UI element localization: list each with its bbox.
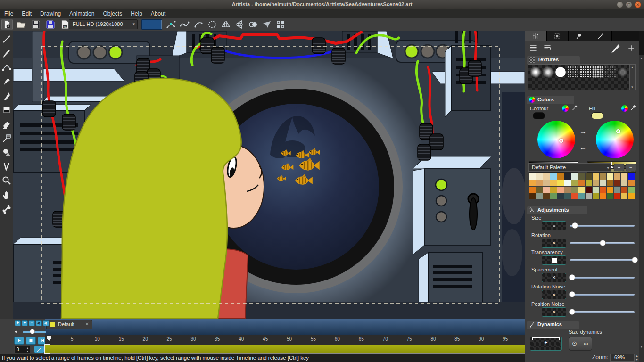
palette-swatch[interactable] <box>557 173 564 180</box>
palette-swatch[interactable] <box>593 187 599 193</box>
swatter-tool-button[interactable] <box>1 133 12 143</box>
ellipse-tool-button[interactable] <box>207 19 217 30</box>
palette-swatch[interactable] <box>571 187 578 193</box>
node-tool-button[interactable] <box>166 19 176 30</box>
palette-swatch[interactable] <box>536 193 543 199</box>
palette-swatch[interactable] <box>614 173 620 180</box>
minimize-button[interactable]: – <box>617 1 623 8</box>
palette-swatch[interactable] <box>557 180 564 186</box>
palette-swatch[interactable] <box>550 180 557 186</box>
texture-splatter[interactable] <box>592 66 603 78</box>
texture-sparse-spray[interactable] <box>567 66 578 78</box>
mirror-v-tool-button[interactable] <box>221 19 231 30</box>
plane-tool-button[interactable] <box>262 19 272 30</box>
adjustment-knob[interactable] <box>569 274 575 280</box>
palette-swatch[interactable] <box>621 187 627 193</box>
fill-dropper-icon[interactable] <box>630 105 636 111</box>
knife-tool-button[interactable] <box>1 90 12 101</box>
adjustment-knob[interactable] <box>600 240 606 246</box>
menu-about[interactable]: About <box>147 10 170 17</box>
palette-remove-button[interactable]: − <box>626 164 636 171</box>
fill-color-wheel[interactable] <box>596 121 634 158</box>
palette-add-button[interactable]: + <box>614 164 624 171</box>
palette-swatch[interactable] <box>600 173 606 180</box>
contour-color-swatch[interactable] <box>533 112 545 119</box>
palette-swatch[interactable] <box>543 180 550 186</box>
wand-tab[interactable] <box>590 31 612 41</box>
palette-select[interactable]: Default Palette ▾ <box>528 163 611 172</box>
brush-settings-tab[interactable] <box>525 31 547 41</box>
palette-swatch[interactable] <box>536 180 543 186</box>
palette-swatch[interactable] <box>628 193 635 199</box>
palette-swatch[interactable] <box>614 187 620 193</box>
current-frame-marker[interactable] <box>44 344 50 354</box>
adjustment-slider[interactable] <box>570 294 635 296</box>
palette-swatch[interactable] <box>586 193 592 199</box>
timeline-add-key-button[interactable]: + <box>22 320 28 326</box>
palette-swatch[interactable] <box>607 180 613 186</box>
timeline-cursor-dark-button[interactable]: ➤ <box>36 320 42 326</box>
open-folder-button[interactable] <box>16 19 26 30</box>
palette-swatch[interactable] <box>536 173 543 180</box>
palette-swatch[interactable] <box>557 187 564 193</box>
palette-swatch[interactable] <box>628 173 635 180</box>
clone-tool-button[interactable] <box>248 19 258 30</box>
textures-header[interactable]: Textures <box>527 56 580 64</box>
contour-wheel-icon[interactable] <box>562 105 569 112</box>
pencil-icon[interactable] <box>610 42 621 54</box>
palette-swatch[interactable] <box>529 173 536 180</box>
texture-hard-round[interactable] <box>555 66 566 78</box>
draw-mode-button[interactable] <box>34 346 44 353</box>
adjustment-knob[interactable] <box>569 291 575 297</box>
arc-tool-button[interactable] <box>193 19 204 30</box>
fill-color-swatch[interactable] <box>591 112 603 119</box>
eraser-block-tool-button[interactable] <box>1 105 12 115</box>
palette-swatch[interactable] <box>578 173 585 180</box>
dynamics-infinite-button[interactable]: ∞ <box>580 337 592 351</box>
contour-dropper-icon[interactable] <box>571 105 578 111</box>
menu-edit[interactable]: Edit <box>17 10 36 17</box>
palette-swatch[interactable] <box>593 173 599 180</box>
shapes-tool-button[interactable] <box>1 147 12 157</box>
dynamics-header[interactable]: Dynamics <box>527 321 579 329</box>
palette-swatch[interactable] <box>557 193 564 199</box>
palette-swatch[interactable] <box>593 193 599 199</box>
close-icon[interactable]: ✕ <box>85 320 89 329</box>
list-add-icon[interactable] <box>543 44 552 52</box>
panel-scrollbar[interactable]: ▲ ▼ <box>639 31 644 362</box>
adjustment-knob[interactable] <box>569 309 575 315</box>
palette-swatch[interactable] <box>607 193 613 199</box>
palette-swatch[interactable] <box>600 180 606 186</box>
pin-tab[interactable] <box>569 31 590 41</box>
play-button[interactable] <box>14 337 24 345</box>
background-color-swatch[interactable] <box>141 19 162 30</box>
save-button[interactable] <box>31 19 41 30</box>
palette-swatch[interactable] <box>586 187 592 193</box>
palette-swatch[interactable] <box>550 187 557 193</box>
menu-file[interactable]: File <box>0 10 17 17</box>
palette-swatch[interactable] <box>628 187 635 193</box>
palette-swatch[interactable] <box>621 180 627 186</box>
line-tool-button[interactable] <box>1 34 12 44</box>
copy-fill-arrow[interactable]: → <box>579 127 586 135</box>
timeline-track[interactable] <box>45 345 525 353</box>
palette-swatch[interactable] <box>543 193 550 199</box>
resolution-select[interactable]: FULL HD (1920x1080 px) ▾ <box>69 19 138 29</box>
adjustment-slider[interactable] <box>570 225 635 227</box>
palette-swatch[interactable] <box>593 180 599 186</box>
new-file-button[interactable] <box>1 19 13 30</box>
menu-animation[interactable]: Animation <box>65 10 99 17</box>
bezier-tool-button[interactable] <box>1 62 12 73</box>
contour-wheel-selector[interactable] <box>559 139 563 143</box>
textures-scrollbar[interactable]: ▲▼ <box>629 65 635 90</box>
palette-swatch[interactable] <box>564 173 571 180</box>
timeline-layer-tab[interactable]: Default ✕ <box>46 320 92 329</box>
fold-tool-button[interactable] <box>1 161 12 172</box>
speaker-icon[interactable] <box>14 329 21 335</box>
palette-swatch[interactable] <box>578 193 585 199</box>
palette-swatch[interactable] <box>564 187 571 193</box>
transform-grid-tool-button[interactable] <box>275 19 286 30</box>
texture-soft-round[interactable] <box>530 66 541 78</box>
eraser-tool-button[interactable] <box>1 119 12 129</box>
palette-swatch[interactable] <box>600 193 606 199</box>
